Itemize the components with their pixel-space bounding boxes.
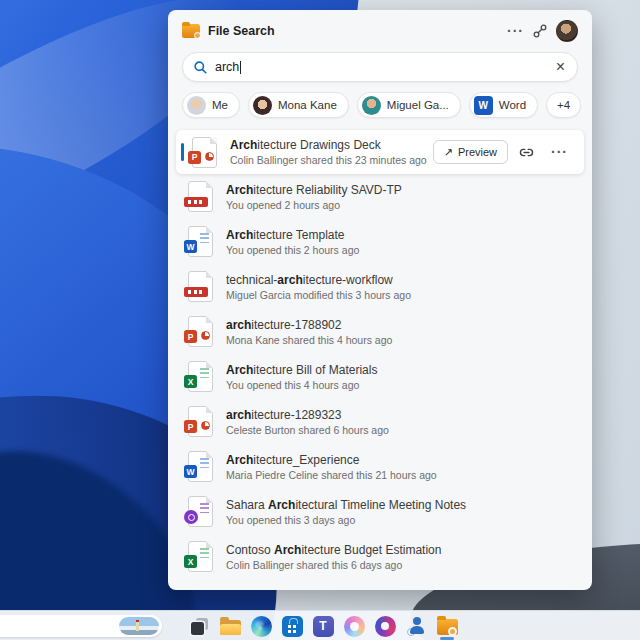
file-subtitle: Mona Kane shared this 4 hours ago [226,334,578,346]
microsoft-365-icon [375,616,396,637]
people-search-icon [406,616,427,637]
user-avatar[interactable] [556,20,578,42]
taskbar-item-teams[interactable]: T [310,611,336,640]
file-type-icon: X [188,541,213,572]
file-meta: technical-architecture-workflow Miguel G… [226,273,578,301]
file-meta: architecture-1788902 Mona Kane shared th… [226,318,578,346]
file-subtitle: Miguel Garcia modified this 3 hours ago [226,289,578,301]
open-arrow-icon: ↗ [444,146,453,159]
file-title: Architecture Reliability SAVD-TP [226,183,578,197]
filter-avatar [187,96,206,115]
preview-button[interactable]: ↗Preview [433,140,508,164]
search-result-row[interactable]: Architecture Reliability SAVD-TP You ope… [168,174,592,219]
copy-link-icon[interactable] [518,144,535,161]
search-result-row[interactable]: technical-architecture-workflow Miguel G… [168,264,592,309]
filter-chips-row: Me Mona Kane Miguel Ga... W Word +4 [182,92,578,118]
more-options-icon[interactable]: ··· [501,21,530,41]
bing-daily-image[interactable] [119,617,159,635]
row-actions: ↗Preview ··· [433,140,574,164]
file-meta: Sahara Architectural Timeline Meeting No… [226,498,578,526]
taskbar-item-edge[interactable] [248,611,274,640]
taskbar-item-file-search[interactable] [434,611,460,640]
taskbar-item-file-explorer[interactable] [217,611,243,640]
file-search-window: File Search ··· arch × Me Mona Kane [168,10,592,590]
file-type-icon [188,496,213,527]
file-title: Sahara Architectural Timeline Meeting No… [226,498,578,512]
filter-chip-label: Me [212,99,228,111]
file-search-icon [437,616,458,637]
file-subtitle: You opened 2 hours ago [226,199,578,211]
edge-icon [251,616,272,637]
file-subtitle: Colin Ballinger shared this 6 days ago [226,559,578,571]
taskbar-item-people-search[interactable] [403,611,429,640]
search-result-row[interactable]: X Contoso Architecture Budget Estimation… [168,534,592,579]
file-type-icon: P [188,316,213,347]
selection-accent [181,143,184,161]
copilot-icon [344,616,365,637]
file-title: Architecture_Experience [226,453,578,467]
microsoft-store-icon [282,616,303,637]
search-result-row[interactable]: W Architecture_Experience Maria Piedre C… [168,444,592,489]
file-subtitle: You opened this 2 hours ago [226,244,578,256]
file-subtitle: Colin Ballinger shared this 23 minutes a… [230,154,425,166]
filter-avatar [253,96,272,115]
file-title: Contoso Architecture Budget Estimation [226,543,578,557]
file-explorer-icon [220,616,241,637]
file-meta: Architecture_Experience Maria Piedre Cel… [226,453,578,481]
filter-chip[interactable]: Mona Kane [248,92,349,118]
search-result-row[interactable]: P Architecture Drawings Deck Colin Balli… [176,130,584,174]
file-meta: architecture-1289323 Celeste Burton shar… [226,408,578,436]
taskbar-item-store[interactable] [279,611,305,640]
filter-chip-label: Word [499,99,526,111]
search-result-row[interactable]: P architecture-1788902 Mona Kane shared … [168,309,592,354]
filter-chip[interactable]: Miguel Ga... [357,92,461,118]
file-type-icon: P [192,137,217,168]
file-subtitle: You opened this 3 days ago [226,514,578,526]
file-title: architecture-1289323 [226,408,578,422]
file-meta: Architecture Template You opened this 2 … [226,228,578,256]
taskbar-icons: T [186,611,460,640]
file-meta: Architecture Reliability SAVD-TP You ope… [226,183,578,211]
search-results-list: P Architecture Drawings Deck Colin Balli… [168,130,592,579]
taskbar-search-box[interactable] [0,615,162,637]
taskbar-item-task-view[interactable] [186,611,212,640]
filter-chip[interactable]: +4 [546,92,581,118]
file-type-icon [188,271,213,302]
filter-chip[interactable]: Me [182,92,240,118]
file-meta: Contoso Architecture Budget Estimation C… [226,543,578,571]
search-result-row[interactable]: Sahara Architectural Timeline Meeting No… [168,489,592,534]
filter-chip-label: +4 [557,99,570,111]
search-result-row[interactable]: X Architecture Bill of Materials You ope… [168,354,592,399]
search-query-text: arch [215,60,239,74]
text-caret [240,61,241,74]
window-titlebar: File Search ··· [168,18,592,44]
file-type-icon: W [188,451,213,482]
file-type-icon: W [188,226,213,257]
filter-avatar: W [474,96,493,115]
taskbar-item-microsoft-365[interactable] [372,611,398,640]
file-subtitle: Maria Piedre Celine shared this 21 hours… [226,469,578,481]
filter-chip-label: Miguel Ga... [387,99,449,111]
task-view-icon [189,616,210,637]
desktop: File Search ··· arch × Me Mona Kane [0,0,640,640]
file-type-icon: X [188,361,213,392]
clear-search-icon[interactable]: × [554,58,567,76]
taskbar-item-copilot[interactable] [341,611,367,640]
file-title: architecture-1788902 [226,318,578,332]
file-search-app-icon [182,24,200,38]
share-icon[interactable] [532,23,548,39]
file-type-icon: P [188,406,213,437]
search-input[interactable]: arch × [182,52,578,82]
file-subtitle: Celeste Burton shared 6 hours ago [226,424,578,436]
filter-avatar [362,96,381,115]
file-title: Architecture Drawings Deck [230,138,425,152]
more-options-icon[interactable]: ··· [545,142,574,162]
search-icon [193,60,208,75]
search-result-row[interactable]: W Architecture Template You opened this … [168,219,592,264]
window-title: File Search [208,24,275,38]
file-title: Architecture Bill of Materials [226,363,578,377]
file-type-icon [188,181,213,212]
search-result-row[interactable]: P architecture-1289323 Celeste Burton sh… [168,399,592,444]
file-meta: Architecture Bill of Materials You opene… [226,363,578,391]
filter-chip[interactable]: W Word [469,92,538,118]
